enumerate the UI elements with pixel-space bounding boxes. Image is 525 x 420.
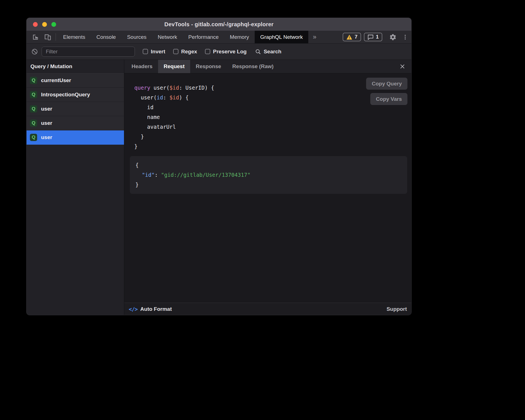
search-label: Search bbox=[264, 49, 281, 55]
main-area: Query / Mutation QcurrentUserQIntrospect… bbox=[27, 60, 411, 315]
code-line: } bbox=[134, 142, 401, 151]
messages-count: 1 bbox=[376, 34, 379, 40]
detail-tabs: HeadersRequestResponseResponse (Raw) bbox=[126, 60, 279, 73]
code-line: { bbox=[135, 160, 402, 170]
request-content: Copy Query Copy Vars query user($id: Use… bbox=[124, 73, 411, 303]
request-name: user bbox=[41, 120, 52, 126]
messages-badge[interactable]: 1 bbox=[364, 33, 382, 41]
tab-sources[interactable]: Sources bbox=[121, 31, 152, 43]
detail-tab-request[interactable]: Request bbox=[158, 60, 190, 73]
request-list-item-user[interactable]: Quser bbox=[27, 130, 124, 145]
search-control[interactable]: Search bbox=[255, 49, 281, 55]
support-link[interactable]: Support bbox=[386, 306, 407, 312]
code-line: "id": "gid://gitlab/User/13704317" bbox=[135, 170, 402, 180]
query-type-badge: Q bbox=[30, 134, 37, 141]
auto-format-button[interactable]: </> Auto Format bbox=[129, 306, 172, 312]
preserve-log-checkbox-box[interactable] bbox=[205, 49, 210, 54]
code-line: } bbox=[135, 180, 402, 190]
warnings-count: 7 bbox=[355, 34, 357, 40]
request-list-item-introspectionquery[interactable]: QIntrospectionQuery bbox=[27, 88, 124, 102]
code-line: } bbox=[134, 132, 401, 142]
invert-checkbox-label: Invert bbox=[151, 49, 165, 55]
filter-toolbar: InvertRegexPreserve Log Search bbox=[27, 44, 411, 60]
copy-buttons: Copy Query Copy Vars bbox=[366, 78, 407, 105]
tab-network[interactable]: Network bbox=[152, 31, 183, 43]
chat-bubble-icon bbox=[367, 34, 374, 40]
devtools-tabs: ElementsConsoleSourcesNetworkPerformance… bbox=[58, 31, 308, 43]
auto-format-label: Auto Format bbox=[140, 306, 172, 312]
minimize-window-button[interactable] bbox=[42, 22, 47, 27]
tab-console[interactable]: Console bbox=[91, 31, 121, 43]
device-toolbar-icon[interactable] bbox=[42, 31, 54, 43]
request-name: IntrospectionQuery bbox=[41, 92, 90, 98]
query-type-badge: Q bbox=[30, 91, 37, 98]
inspect-element-icon[interactable] bbox=[29, 31, 42, 43]
devtools-toolbar: ElementsConsoleSourcesNetworkPerformance… bbox=[27, 31, 411, 44]
code-line: user(id: $id) { bbox=[134, 93, 401, 102]
footer-bar: </> Auto Format Support bbox=[124, 303, 411, 315]
variables-code: { "id": "gid://gitlab/User/13704317"} bbox=[135, 160, 402, 190]
code-line: avatarUrl bbox=[134, 122, 401, 132]
close-window-button[interactable] bbox=[33, 22, 38, 27]
tab-performance[interactable]: Performance bbox=[183, 31, 224, 43]
warning-triangle-icon bbox=[346, 34, 352, 40]
regex-checkbox-box[interactable] bbox=[173, 49, 178, 54]
zoom-window-button[interactable] bbox=[51, 22, 56, 27]
filter-checkboxes: InvertRegexPreserve Log bbox=[135, 49, 247, 55]
checkbox-preserve-log[interactable]: Preserve Log bbox=[205, 49, 247, 55]
titlebar: DevTools - gitlab.com/-/graphql-explorer bbox=[27, 18, 411, 31]
copy-query-button[interactable]: Copy Query bbox=[366, 78, 407, 90]
request-list-item-user[interactable]: Quser bbox=[27, 116, 124, 130]
variables-box: { "id": "gid://gitlab/User/13704317"} bbox=[130, 156, 407, 194]
detail-tab-response[interactable]: Response bbox=[190, 60, 227, 73]
traffic-lights bbox=[33, 22, 56, 27]
request-list-panel: Query / Mutation QcurrentUserQIntrospect… bbox=[27, 60, 124, 315]
kebab-menu-icon[interactable] bbox=[399, 31, 411, 43]
filter-input[interactable] bbox=[42, 47, 135, 57]
preserve-log-checkbox-label: Preserve Log bbox=[213, 49, 247, 55]
toolbar-divider bbox=[56, 33, 56, 41]
toolbar-spacer bbox=[321, 31, 343, 43]
code-line: id bbox=[134, 102, 401, 112]
tab-memory[interactable]: Memory bbox=[224, 31, 255, 43]
clear-block-icon[interactable] bbox=[30, 48, 39, 55]
request-list-item-user[interactable]: Quser bbox=[27, 102, 124, 116]
search-icon bbox=[255, 49, 261, 55]
invert-checkbox-box[interactable] bbox=[143, 49, 148, 54]
toolbar-badges: 7 1 bbox=[343, 31, 382, 43]
request-list: QcurrentUserQIntrospectionQueryQuserQuse… bbox=[27, 73, 124, 145]
detail-tab-response-raw[interactable]: Response (Raw) bbox=[227, 60, 279, 73]
window-title: DevTools - gitlab.com/-/graphql-explorer bbox=[27, 21, 411, 28]
code-brackets-icon: </> bbox=[129, 306, 137, 312]
detail-tabs-bar: HeadersRequestResponseResponse (Raw) bbox=[124, 60, 411, 73]
query-type-badge: Q bbox=[30, 77, 37, 84]
detail-panel: HeadersRequestResponseResponse (Raw) Cop… bbox=[124, 60, 411, 315]
settings-gear-icon[interactable] bbox=[387, 31, 399, 43]
code-line: name bbox=[134, 112, 401, 122]
checkbox-invert[interactable]: Invert bbox=[143, 49, 165, 55]
close-panel-icon[interactable] bbox=[398, 62, 407, 71]
request-list-header: Query / Mutation bbox=[27, 60, 124, 73]
warnings-badge[interactable]: 7 bbox=[343, 33, 361, 41]
checkbox-regex[interactable]: Regex bbox=[173, 49, 197, 55]
request-name: user bbox=[41, 134, 52, 140]
more-tabs-button[interactable]: » bbox=[308, 31, 321, 43]
request-list-item-currentuser[interactable]: QcurrentUser bbox=[27, 73, 124, 88]
copy-vars-button[interactable]: Copy Vars bbox=[370, 93, 407, 105]
request-name: user bbox=[41, 106, 52, 112]
query-type-badge: Q bbox=[30, 120, 37, 127]
query-type-badge: Q bbox=[30, 105, 37, 113]
tab-graphql-network[interactable]: GraphQL Network bbox=[255, 31, 308, 43]
regex-checkbox-label: Regex bbox=[181, 49, 197, 55]
detail-tab-headers[interactable]: Headers bbox=[126, 60, 158, 73]
devtools-window: DevTools - gitlab.com/-/graphql-explorer… bbox=[26, 18, 412, 315]
code-line: query user($id: UserID) { bbox=[134, 83, 401, 93]
tab-elements[interactable]: Elements bbox=[58, 31, 91, 43]
request-name: currentUser bbox=[41, 77, 71, 83]
